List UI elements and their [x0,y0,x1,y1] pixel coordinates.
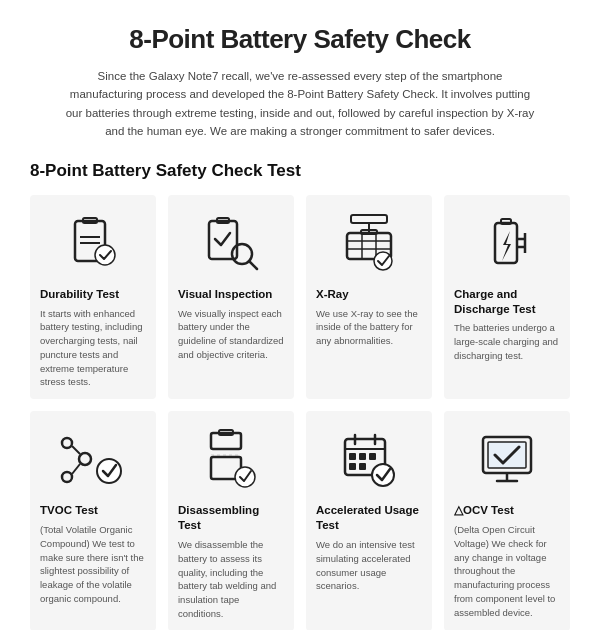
card-accelerated: Accelerated Usage Test We do an intensiv… [306,411,432,630]
card-visual: Visual Inspection We visually inspect ea… [168,195,294,400]
svg-point-28 [97,459,121,483]
tvoc-icon-area [40,423,146,495]
card-disassemble: Disassembling Test We disassemble the ba… [168,411,294,630]
svg-rect-42 [359,463,366,470]
card-tvoc: TVOC Test (Total Volatile Organic Compou… [30,411,156,630]
card-accelerated-title: Accelerated Usage Test [316,503,422,533]
svg-rect-40 [369,453,376,460]
svg-point-24 [62,438,72,448]
svg-point-23 [79,453,91,465]
svg-point-33 [235,467,255,487]
card-xray-title: X-Ray [316,287,422,302]
accelerated-icon-area [316,423,422,495]
card-visual-desc: We visually inspect each battery under t… [178,307,284,362]
svg-point-25 [62,472,72,482]
card-charge: Charge and Discharge Test The batteries … [444,195,570,400]
section-title: 8-Point Battery Safety Check Test [30,161,570,181]
card-charge-title: Charge and Discharge Test [454,287,560,317]
durability-icon-area [40,207,146,279]
card-disassemble-title: Disassembling Test [178,503,284,533]
svg-point-17 [374,252,392,270]
ocv-icon-area [454,423,560,495]
card-durability: Durability Test It starts with enhanced … [30,195,156,400]
card-ocv-title: △OCV Test [454,503,560,518]
card-visual-title: Visual Inspection [178,287,284,302]
disassemble-icon-area [178,423,284,495]
card-durability-desc: It starts with enhanced battery testing,… [40,307,146,390]
card-durability-title: Durability Test [40,287,146,302]
card-disassemble-desc: We disassemble the battery to assess its… [178,538,284,621]
charge-icon-area [454,207,560,279]
svg-rect-41 [349,463,356,470]
intro-text: Since the Galaxy Note7 recall, we've re-… [60,67,540,141]
card-charge-desc: The batteries undergo a large-scale char… [454,321,560,362]
svg-line-8 [249,261,257,269]
card-grid: Durability Test It starts with enhanced … [30,195,570,630]
page-title: 8-Point Battery Safety Check [30,24,570,55]
card-ocv-desc: (Delta Open Circuit Voltage) We check fo… [454,523,560,619]
svg-line-26 [72,446,80,454]
card-xray-desc: We use X-ray to see the inside of the ba… [316,307,422,348]
svg-point-4 [95,245,115,265]
svg-rect-38 [349,453,356,460]
svg-point-43 [372,464,394,486]
svg-rect-39 [359,453,366,460]
visual-icon-area [178,207,284,279]
card-tvoc-desc: (Total Volatile Organic Compound) We tes… [40,523,146,606]
card-xray: X-Ray We use X-ray to see the inside of … [306,195,432,400]
svg-rect-9 [351,215,387,223]
card-accelerated-desc: We do an intensive test simulating accel… [316,538,422,593]
xray-icon-area [316,207,422,279]
card-tvoc-title: TVOC Test [40,503,146,518]
card-ocv: △OCV Test (Delta Open Circuit Voltage) W… [444,411,570,630]
svg-line-27 [72,464,80,474]
svg-rect-19 [501,219,511,224]
